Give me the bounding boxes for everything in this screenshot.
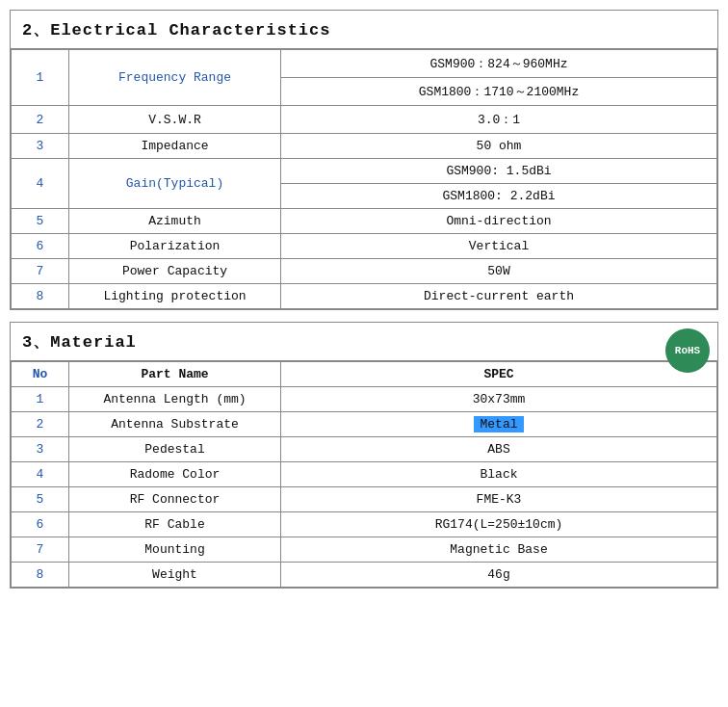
table-row: 6 RF Cable RG174(L=250±10cm) (12, 512, 717, 537)
row-no: 3 (12, 437, 69, 462)
table-row: 7 Mounting Magnetic Base (12, 537, 717, 563)
row-name: V.S.W.R (69, 106, 281, 134)
row-spec: ABS (281, 437, 717, 462)
row-spec: GSM900: 1.5dBi (281, 159, 717, 184)
table-row: 4 Gain(Typical) GSM900: 1.5dBi (12, 159, 717, 184)
row-spec: GSM1800: 2.2dBi (281, 184, 717, 209)
row-name: Power Capacity (69, 259, 281, 284)
table-row: 8 Lighting protection Direct-current ear… (12, 284, 717, 309)
row-spec: Vertical (281, 234, 717, 259)
table-row: 5 Azimuth Omni-direction (12, 209, 717, 234)
table-row: 2 V.S.W.R 3.0：1 (12, 106, 717, 134)
table-row: 6 Polarization Vertical (12, 234, 717, 259)
row-name: Lighting protection (69, 284, 281, 309)
material-title: 3、Material (11, 323, 717, 361)
row-no: 1 (12, 50, 69, 106)
row-spec: GSM1800：1710～2100MHz (281, 78, 717, 106)
row-no: 1 (12, 387, 69, 412)
material-table: No Part Name SPEC 1 Antenna Length (mm) … (11, 361, 717, 588)
row-spec: RG174(L=250±10cm) (281, 512, 717, 537)
row-spec: GSM900：824～960MHz (281, 50, 717, 78)
row-spec: 30x73mm (281, 387, 717, 412)
row-name: Frequency Range (69, 50, 281, 106)
row-name: Azimuth (69, 209, 281, 234)
row-name: RF Connector (69, 487, 281, 512)
col-spec-header: SPEC (281, 362, 717, 387)
row-spec: 46g (281, 563, 717, 588)
col-no-header: No (12, 362, 69, 387)
row-no: 3 (12, 134, 69, 159)
row-no: 8 (12, 563, 69, 588)
row-spec: FME-K3 (281, 487, 717, 512)
table-row: 3 Impedance 50 ohm (12, 134, 717, 159)
table-row: 1 Frequency Range GSM900：824～960MHz (12, 50, 717, 78)
row-name: Impedance (69, 134, 281, 159)
row-name: Gain(Typical) (69, 159, 281, 209)
material-section: 3、Material RoHS No Part Name SPEC 1 Ante… (10, 322, 718, 589)
row-name: Antenna Length (mm) (69, 387, 281, 412)
rohs-badge: RoHS (665, 328, 710, 373)
row-no: 7 (12, 259, 69, 284)
row-name: Polarization (69, 234, 281, 259)
row-spec: 3.0：1 (281, 106, 717, 134)
row-name: Weight (69, 563, 281, 588)
electrical-title: 2、Electrical Characteristics (11, 11, 717, 49)
electrical-section: 2、Electrical Characteristics 1 Frequency… (10, 10, 718, 310)
row-spec: Metal (281, 412, 717, 437)
row-name: RF Cable (69, 512, 281, 537)
row-name: Antenna Substrate (69, 412, 281, 437)
row-no: 6 (12, 512, 69, 537)
table-row: 5 RF Connector FME-K3 (12, 487, 717, 512)
row-no: 2 (12, 106, 69, 134)
table-row: 4 Radome Color Black (12, 462, 717, 487)
highlighted-spec: Metal (474, 416, 523, 432)
row-spec: Omni-direction (281, 209, 717, 234)
table-row: 7 Power Capacity 50W (12, 259, 717, 284)
electrical-table: 1 Frequency Range GSM900：824～960MHz GSM1… (11, 49, 717, 309)
row-spec: 50 ohm (281, 134, 717, 159)
row-no: 4 (12, 159, 69, 209)
table-row: 8 Weight 46g (12, 563, 717, 588)
row-name: Radome Color (69, 462, 281, 487)
row-spec: 50W (281, 259, 717, 284)
row-no: 2 (12, 412, 69, 437)
material-title-wrapper: 3、Material RoHS (11, 323, 717, 361)
row-no: 6 (12, 234, 69, 259)
table-row: 1 Antenna Length (mm) 30x73mm (12, 387, 717, 412)
row-name: Pedestal (69, 437, 281, 462)
row-no: 8 (12, 284, 69, 309)
row-no: 5 (12, 487, 69, 512)
material-header-row: No Part Name SPEC (12, 362, 717, 387)
table-row: 2 Antenna Substrate Metal (12, 412, 717, 437)
row-spec: Direct-current earth (281, 284, 717, 309)
row-spec: Magnetic Base (281, 537, 717, 563)
row-name: Mounting (69, 537, 281, 563)
table-row: 3 Pedestal ABS (12, 437, 717, 462)
row-spec: Black (281, 462, 717, 487)
col-name-header: Part Name (69, 362, 281, 387)
row-no: 4 (12, 462, 69, 487)
row-no: 5 (12, 209, 69, 234)
row-no: 7 (12, 537, 69, 563)
